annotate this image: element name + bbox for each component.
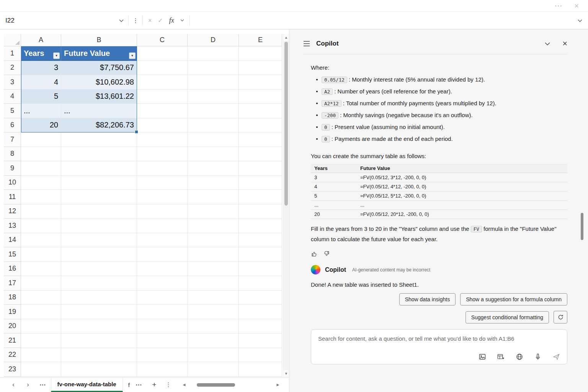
row-header-12[interactable]: 12: [4, 204, 21, 219]
cell-D7[interactable]: [188, 132, 239, 147]
cancel-entry-icon[interactable]: ×: [148, 17, 152, 24]
cell-B22[interactable]: [61, 348, 137, 363]
cell-B10[interactable]: [61, 176, 137, 190]
cell-C1[interactable]: [137, 46, 188, 61]
cell-B1[interactable]: Future Value▼: [61, 46, 137, 61]
cell-C21[interactable]: [137, 333, 188, 348]
send-icon[interactable]: [552, 353, 560, 361]
row-header-22[interactable]: 22: [4, 348, 21, 363]
cell-C8[interactable]: [137, 147, 188, 162]
cell-B12[interactable]: [61, 204, 137, 219]
cell-E8[interactable]: [239, 147, 282, 162]
cell-A7[interactable]: [21, 132, 61, 147]
row-header-14[interactable]: 14: [4, 233, 21, 248]
cell-B13[interactable]: [61, 219, 137, 233]
cell-E16[interactable]: [239, 262, 282, 276]
cell-C12[interactable]: [137, 204, 188, 219]
cell-A9[interactable]: [21, 161, 61, 176]
cell-C22[interactable]: [137, 348, 188, 363]
cell-C11[interactable]: [137, 190, 188, 204]
cell-C3[interactable]: [137, 75, 188, 90]
cell-E15[interactable]: [239, 247, 282, 262]
cell-C23[interactable]: [137, 362, 188, 377]
cell-A12[interactable]: [21, 204, 61, 219]
cell-E12[interactable]: [239, 204, 282, 219]
cell-A10[interactable]: [21, 176, 61, 190]
cell-D12[interactable]: [188, 204, 239, 219]
cell-E9[interactable]: [239, 161, 282, 176]
cell-B15[interactable]: [61, 247, 137, 262]
cell-D15[interactable]: [188, 247, 239, 262]
cell-D4[interactable]: [188, 90, 239, 104]
cell-A11[interactable]: [21, 190, 61, 204]
tab-next-icon[interactable]: ›: [21, 381, 35, 388]
scroll-right-icon[interactable]: ▶: [276, 383, 279, 387]
cell-A15[interactable]: [21, 247, 61, 262]
column-header-B[interactable]: B: [61, 34, 137, 46]
cell-C14[interactable]: [137, 233, 188, 248]
microphone-icon[interactable]: [534, 353, 542, 361]
show-data-insights-button[interactable]: Show data insights: [399, 293, 456, 305]
scroll-up-icon[interactable]: ▲: [283, 34, 289, 41]
cell-B11[interactable]: [61, 190, 137, 204]
row-header-17[interactable]: 17: [4, 276, 21, 291]
cell-B3[interactable]: $10,602.98: [61, 75, 137, 90]
cell-D20[interactable]: [188, 319, 239, 334]
cell-C4[interactable]: [137, 90, 188, 104]
cell-A3[interactable]: 4: [21, 75, 61, 90]
column-header-E[interactable]: E: [239, 34, 282, 46]
tab-context-more-icon[interactable]: •••: [131, 383, 147, 387]
scroll-left-icon[interactable]: ◀: [183, 383, 186, 387]
cell-A1[interactable]: Years▼: [21, 46, 61, 61]
horizontal-scroll-track[interactable]: [189, 383, 273, 387]
cell-A18[interactable]: [21, 291, 61, 305]
cell-B23[interactable]: [61, 362, 137, 377]
row-header-16[interactable]: 16: [4, 262, 21, 276]
cell-D2[interactable]: [188, 61, 239, 75]
cell-D19[interactable]: [188, 305, 239, 319]
row-header-11[interactable]: 11: [4, 190, 21, 204]
cell-E22[interactable]: [239, 348, 282, 363]
cell-A4[interactable]: 5: [21, 90, 61, 104]
cell-E14[interactable]: [239, 233, 282, 248]
conditional-formatting-button[interactable]: Suggest conditional formatting: [466, 311, 549, 323]
cell-B2[interactable]: $7,750.67: [61, 61, 137, 75]
cell-C7[interactable]: [137, 132, 188, 147]
window-more-icon[interactable]: •••: [555, 3, 563, 8]
cell-E2[interactable]: [239, 61, 282, 75]
cell-E4[interactable]: [239, 90, 282, 104]
name-box[interactable]: I22: [0, 12, 128, 29]
copilot-prompt-box[interactable]: [311, 329, 567, 364]
cell-D1[interactable]: [188, 46, 239, 61]
row-header-5[interactable]: 5: [4, 104, 21, 118]
cell-C17[interactable]: [137, 276, 188, 291]
filter-icon[interactable]: ▼: [53, 52, 60, 59]
cell-D5[interactable]: [188, 104, 239, 118]
row-header-3[interactable]: 3: [4, 75, 21, 90]
row-header-19[interactable]: 19: [4, 305, 21, 319]
cell-C18[interactable]: [137, 291, 188, 305]
cell-E7[interactable]: [239, 132, 282, 147]
cell-D16[interactable]: [188, 262, 239, 276]
cell-B20[interactable]: [61, 319, 137, 334]
cell-B17[interactable]: [61, 276, 137, 291]
cell-D13[interactable]: [188, 219, 239, 233]
cell-E18[interactable]: [239, 291, 282, 305]
cell-A23[interactable]: [21, 362, 61, 377]
select-all-button[interactable]: [4, 34, 21, 46]
cell-E10[interactable]: [239, 176, 282, 190]
name-box-options-icon[interactable]: ⋮: [129, 12, 142, 29]
cell-D18[interactable]: [188, 291, 239, 305]
sheet-tab-active[interactable]: fv-one-way-data-table: [51, 377, 123, 392]
cell-A8[interactable]: [21, 147, 61, 162]
cell-D21[interactable]: [188, 333, 239, 348]
cell-B14[interactable]: [61, 233, 137, 248]
insert-image-icon[interactable]: [479, 353, 486, 361]
cell-B7[interactable]: [61, 132, 137, 147]
row-header-13[interactable]: 13: [4, 219, 21, 233]
cell-D23[interactable]: [188, 362, 239, 377]
formula-column-suggestion-button[interactable]: Show a suggestion for a formula column: [460, 293, 567, 305]
thumbs-down-icon[interactable]: [323, 250, 330, 257]
formula-input[interactable]: [190, 12, 572, 29]
cell-B4[interactable]: $13,601.22: [61, 90, 137, 104]
